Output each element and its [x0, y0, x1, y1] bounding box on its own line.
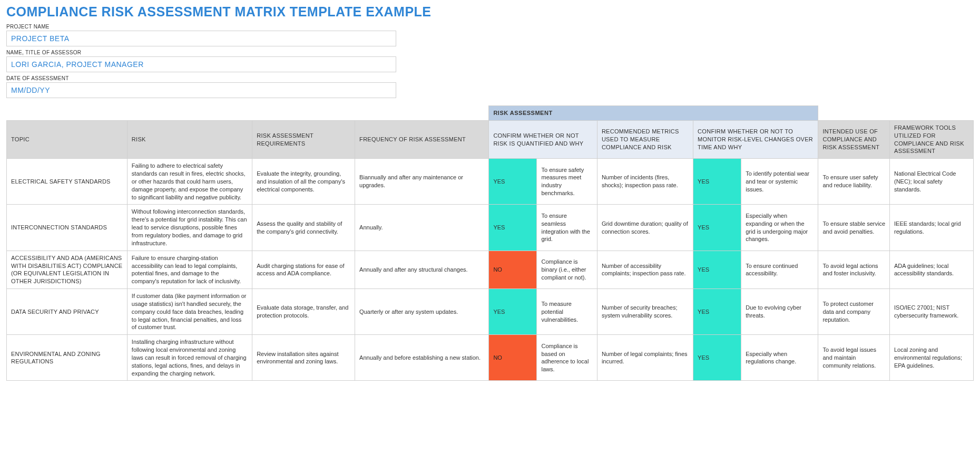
col-intended: INTENDED USE OF COMPLIANCE AND RISK ASSE…: [818, 120, 890, 158]
col-requirements: RISK ASSESSMENT REQUIREMENTS: [252, 120, 355, 158]
cell-frequency: Annually and after any structural change…: [355, 251, 489, 288]
group-header-risk-assessment: RISK ASSESSMENT: [489, 106, 818, 121]
col-risk: RISK: [127, 120, 252, 158]
page-title: COMPLIANCE RISK ASSESSMENT MATRIX TEMPLA…: [6, 4, 974, 20]
col-metrics: RECOMMENDED METRICS USED TO MEASURE COMP…: [597, 120, 693, 158]
cell-quant-why: Compliance is binary (i.e., either compl…: [537, 251, 597, 288]
assessor-label: NAME, TITLE OF ASSESSOR: [6, 50, 974, 55]
cell-quant-why: To ensure safety measures meet industry …: [537, 159, 597, 205]
cell-metrics: Number of legal complaints; fines incurr…: [597, 335, 693, 381]
cell-frequency: Quarterly or after any system updates.: [355, 289, 489, 335]
cell-tools: National Electrical Code (NEC); local sa…: [890, 159, 974, 205]
cell-monitor-flag: YES: [693, 159, 741, 205]
project-name-input[interactable]: [6, 31, 396, 46]
cell-risk: Installing charging infrastructure witho…: [127, 335, 252, 381]
col-topic: TOPIC: [7, 120, 128, 158]
cell-tools: ADA guidelines; local accessibility stan…: [890, 251, 974, 288]
cell-requirements: Evaluate the integrity, grounding, and i…: [252, 159, 355, 205]
table-row: ELECTRICAL SAFETY STANDARDSFailing to ad…: [7, 159, 974, 205]
col-frequency: FREQUENCY OF RISK ASSESSMENT: [355, 120, 489, 158]
table-row: INTERCONNECTION STANDARDSWithout followi…: [7, 205, 974, 251]
cell-risk: Failing to adhere to electrical safety s…: [127, 159, 252, 205]
cell-topic: ENVIRONMENTAL AND ZONING REGULATIONS: [7, 335, 128, 381]
cell-metrics: Number of accessibility complaints; insp…: [597, 251, 693, 288]
table-row: ACCESSIBILITY AND ADA (AMERICANS WITH DI…: [7, 251, 974, 288]
cell-monitor-why: Especially when expanding or when the gr…: [741, 205, 818, 251]
table-row: ENVIRONMENTAL AND ZONING REGULATIONSInst…: [7, 335, 974, 381]
cell-monitor-why: To identify potential wear and tear or s…: [741, 159, 818, 205]
cell-intended: To avoid legal actions and foster inclus…: [818, 251, 890, 288]
cell-risk: Failure to ensure charging-station acces…: [127, 251, 252, 288]
cell-requirements: Evaluate data storage, transfer, and pro…: [252, 289, 355, 335]
assessor-input[interactable]: [6, 56, 396, 72]
date-field: DATE OF ASSESSMENT: [6, 75, 974, 98]
cell-intended: To avoid legal issues and maintain commu…: [818, 335, 890, 381]
col-tools: FRAMEWORK TOOLS UTILIZED FOR COMPLIANCE …: [890, 120, 974, 158]
cell-metrics: Number of incidents (fires, shocks); ins…: [597, 159, 693, 205]
assessor-field: NAME, TITLE OF ASSESSOR: [6, 50, 974, 72]
cell-quant-why: To measure potential vulnerabilities.: [537, 289, 597, 335]
cell-topic: DATA SECURITY AND PRIVACY: [7, 289, 128, 335]
cell-frequency: Annually.: [355, 205, 489, 251]
cell-quant-flag: NO: [489, 251, 537, 288]
cell-quant-why: To ensure seamless integration with the …: [537, 205, 597, 251]
cell-quant-flag: NO: [489, 335, 537, 381]
cell-quant-flag: YES: [489, 205, 537, 251]
cell-quant-why: Compliance is based on adherence to loca…: [537, 335, 597, 381]
cell-tools: Local zoning and environmental regulatio…: [890, 335, 974, 381]
date-input[interactable]: [6, 82, 396, 98]
cell-quant-flag: YES: [489, 159, 537, 205]
cell-intended: To ensure user safety and reduce liabili…: [818, 159, 890, 205]
cell-frequency: Annually and before establishing a new s…: [355, 335, 489, 381]
cell-topic: INTERCONNECTION STANDARDS: [7, 205, 128, 251]
cell-intended: To protect customer data and company rep…: [818, 289, 890, 335]
cell-monitor-why: To ensure continued accessibility.: [741, 251, 818, 288]
cell-frequency: Biannually and after any maintenance or …: [355, 159, 489, 205]
cell-metrics: Number of security breaches; system vuln…: [597, 289, 693, 335]
cell-monitor-flag: YES: [693, 289, 741, 335]
cell-monitor-flag: YES: [693, 205, 741, 251]
cell-intended: To ensure stable service and avoid penal…: [818, 205, 890, 251]
cell-tools: IEEE standards; local grid regulations.: [890, 205, 974, 251]
cell-monitor-why: Due to evolving cyber threats.: [741, 289, 818, 335]
date-label: DATE OF ASSESSMENT: [6, 75, 974, 81]
cell-monitor-flag: YES: [693, 251, 741, 288]
project-name-field: PROJECT NAME: [6, 24, 974, 46]
cell-topic: ACCESSIBILITY AND ADA (AMERICANS WITH DI…: [7, 251, 128, 288]
cell-requirements: Audit charging stations for ease of acce…: [252, 251, 355, 288]
cell-tools: ISO/IEC 27001; NIST cybersecurity framew…: [890, 289, 974, 335]
cell-topic: ELECTRICAL SAFETY STANDARDS: [7, 159, 128, 205]
cell-requirements: Assess the quality and stability of the …: [252, 205, 355, 251]
cell-requirements: Review installation sites against enviro…: [252, 335, 355, 381]
col-quantified: CONFIRM WHETHER OR NOT RISK IS QUANTIFIE…: [489, 120, 597, 158]
risk-matrix-table: RISK ASSESSMENT TOPIC RISK RISK ASSESSME…: [6, 105, 974, 381]
cell-risk: Without following interconnection standa…: [127, 205, 252, 251]
cell-monitor-flag: YES: [693, 335, 741, 381]
cell-monitor-why: Especially when regulations change.: [741, 335, 818, 381]
project-name-label: PROJECT NAME: [6, 24, 974, 30]
cell-metrics: Grid downtime duration; quality of conne…: [597, 205, 693, 251]
cell-quant-flag: YES: [489, 289, 537, 335]
table-row: DATA SECURITY AND PRIVACYIf customer dat…: [7, 289, 974, 335]
col-monitor: CONFIRM WHETHER OR NOT TO MONITOR RISK-L…: [693, 120, 818, 158]
cell-risk: If customer data (like payment informati…: [127, 289, 252, 335]
